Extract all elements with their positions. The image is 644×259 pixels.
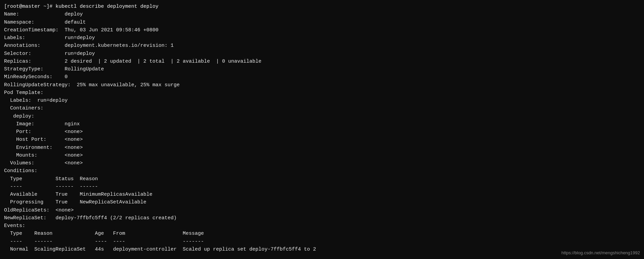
terminal-line: Pod Template: xyxy=(4,89,640,97)
terminal-line: Port: <none> xyxy=(4,128,640,136)
terminal-line: NewReplicaSet: deploy-7ffbfc5ff4 (2/2 re… xyxy=(4,214,640,222)
terminal-line: ---- ------ ------ xyxy=(4,183,640,191)
prompt-line: [root@master ~]# kubectl describe deploy… xyxy=(4,3,640,10)
terminal-line: Namespace: default xyxy=(4,19,640,26)
terminal-line: Type Status Reason xyxy=(4,175,640,183)
terminal-line: Selector: run=deploy xyxy=(4,50,640,58)
terminal-line: Progressing True NewReplicaSetAvailable xyxy=(4,198,640,206)
terminal-line: deploy: xyxy=(4,112,640,120)
terminal-line: Type Reason Age From Message xyxy=(4,230,640,237)
terminal-line: Environment: <none> xyxy=(4,144,640,152)
terminal-line: ---- ------ ---- ---- ------- xyxy=(4,238,640,246)
watermark: https://blog.csdn.net/mengshicheng1992 xyxy=(562,250,640,256)
terminal-output: Name: deployNamespace: defaultCreationTi… xyxy=(4,10,640,253)
terminal-line: RollingUpdateStrategy: 25% max unavailab… xyxy=(4,81,640,89)
terminal-line: MinReadySeconds: 0 xyxy=(4,73,640,81)
terminal-line: Labels: run=deploy xyxy=(4,97,640,104)
terminal-line: Volumes: <none> xyxy=(4,159,640,167)
terminal-line: Containers: xyxy=(4,104,640,112)
terminal-line: Normal ScalingReplicaSet 44s deployment-… xyxy=(4,246,640,253)
terminal-line: Name: deploy xyxy=(4,10,640,18)
terminal-line: OldReplicaSets: <none> xyxy=(4,206,640,214)
terminal-line: Host Port: <none> xyxy=(4,136,640,143)
terminal-line: Image: nginx xyxy=(4,120,640,128)
terminal-line: Conditions: xyxy=(4,167,640,175)
terminal-window: [root@master ~]# kubectl describe deploy… xyxy=(0,0,644,259)
terminal-line: CreationTimestamp: Thu, 03 Jun 2021 09:5… xyxy=(4,26,640,34)
terminal-line: StrategyType: RollingUpdate xyxy=(4,65,640,73)
terminal-line: Replicas: 2 desired | 2 updated | 2 tota… xyxy=(4,58,640,65)
terminal-line: Events: xyxy=(4,222,640,230)
terminal-line: Mounts: <none> xyxy=(4,152,640,159)
terminal-line: Annotations: deployment.kubernetes.io/re… xyxy=(4,42,640,50)
terminal-line: Labels: run=deploy xyxy=(4,34,640,42)
terminal-line: Available True MinimumReplicasAvailable xyxy=(4,191,640,198)
